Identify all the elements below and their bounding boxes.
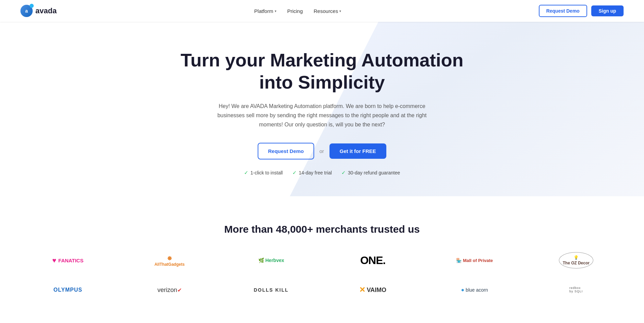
- check-icon: ✓: [244, 170, 248, 176]
- herbvex-logo: 🌿 Herbvex: [258, 258, 284, 263]
- logo-icon: a: [20, 5, 33, 17]
- heart-icon: ♥: [52, 257, 56, 264]
- allgadgets-logo: ⎈ AllThatGadgets: [155, 254, 185, 267]
- list-item: ♥ FANATICS: [44, 257, 92, 264]
- nav-request-demo-button[interactable]: Request Demo: [539, 5, 587, 17]
- nav-links: Platform ▾ Pricing Resources ▾: [254, 8, 341, 14]
- logo[interactable]: a avada: [20, 5, 57, 17]
- hero-or-text: or: [320, 148, 324, 154]
- check-icon: ✓: [292, 170, 297, 176]
- navbar: a avada Platform ▾ Pricing Resources ▾ R…: [0, 0, 644, 22]
- list-item: ● blue acorn: [451, 287, 498, 293]
- hero-subtitle: Hey! We are AVADA Marketing Automation p…: [206, 102, 438, 129]
- store-icon: 🏪: [456, 258, 462, 263]
- hero-content: Turn your Marketing Automation into Simp…: [14, 49, 630, 176]
- hero-title: Turn your Marketing Automation into Simp…: [169, 49, 475, 93]
- nav-resources[interactable]: Resources ▾: [314, 8, 341, 14]
- nav-actions: Request Demo Sign up: [539, 5, 624, 17]
- chevron-down-icon: ▾: [339, 9, 341, 13]
- list-item: 💡 The OZ Decor: [552, 252, 600, 268]
- list-item: redbox by SQLI: [552, 287, 600, 293]
- verizon-logo: verizon✔: [157, 287, 181, 294]
- leaf-icon: 🌿: [258, 258, 264, 263]
- lamp-icon: 💡: [574, 255, 579, 260]
- nav-pricing[interactable]: Pricing: [287, 8, 303, 14]
- check-icon: ✓: [341, 170, 346, 176]
- hero-buttons: Request Demo or Get it for FREE: [14, 143, 630, 159]
- olympus-logo: OLYMPUS: [53, 287, 82, 293]
- hero-section: Turn your Marketing Automation into Simp…: [0, 22, 644, 196]
- nav-signup-button[interactable]: Sign up: [591, 5, 624, 16]
- dollskill-logo: DOLLS KILL: [254, 287, 288, 293]
- x-icon: ✕: [359, 286, 365, 294]
- feature-install: ✓ 1-click to install: [244, 170, 283, 176]
- ozdecor-logo: 💡 The OZ Decor: [559, 252, 593, 268]
- list-item: OLYMPUS: [44, 287, 92, 293]
- logos-row-1: ♥ FANATICS ⎈ AllThatGadgets 🌿 Herbvex ON…: [20, 252, 624, 268]
- redbox-logo: redbox by SQLI: [569, 287, 583, 293]
- logo-text: avada: [35, 6, 57, 15]
- list-item: verizon✔: [146, 287, 193, 294]
- trusted-section: More than 48,000+ merchants trusted us ♥…: [0, 196, 644, 323]
- list-item: 🌿 Herbvex: [247, 258, 295, 263]
- list-item: ✕ VAIMO: [349, 286, 397, 294]
- list-item: ⎈ AllThatGadgets: [146, 254, 193, 267]
- hero-features: ✓ 1-click to install ✓ 14-day free trial…: [14, 170, 630, 176]
- list-item: ONE.: [349, 254, 397, 267]
- feature-trial: ✓ 14-day free trial: [292, 170, 332, 176]
- list-item: DOLLS KILL: [247, 287, 295, 293]
- gadget-icon: ⎈: [167, 254, 172, 262]
- vaimo-logo: ✕ VAIMO: [359, 286, 386, 294]
- chevron-down-icon: ▾: [275, 9, 276, 13]
- checkmark-icon: ✔: [177, 287, 182, 293]
- nav-platform[interactable]: Platform ▾: [254, 8, 276, 14]
- blueacorn-logo: ● blue acorn: [461, 287, 488, 293]
- hero-cta-button[interactable]: Get it for FREE: [329, 143, 386, 159]
- logos-row-2: OLYMPUS verizon✔ DOLLS KILL ✕ VAIMO ● bl…: [20, 286, 624, 294]
- list-item: 🏪 Mall of Private: [451, 258, 498, 263]
- acorn-icon: ●: [461, 287, 464, 293]
- one-logo: ONE.: [360, 254, 385, 267]
- mallofprivate-logo: 🏪 Mall of Private: [456, 258, 493, 263]
- fanatics-logo: ♥ FANATICS: [52, 257, 83, 264]
- hero-request-demo-button[interactable]: Request Demo: [258, 143, 314, 159]
- trusted-title: More than 48,000+ merchants trusted us: [20, 224, 624, 235]
- feature-refund: ✓ 30-day refund guarantee: [341, 170, 400, 176]
